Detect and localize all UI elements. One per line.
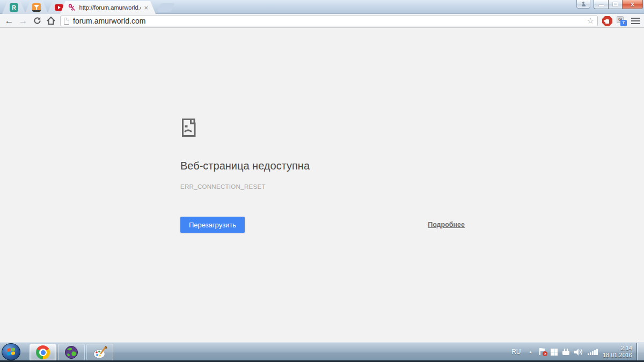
safely-remove-hardware-icon[interactable] (562, 349, 569, 355)
adblock-stop-icon[interactable] (602, 16, 612, 26)
hand-icon (605, 19, 609, 24)
forward-button[interactable]: → (16, 14, 30, 27)
desktop: R http://forum.amurworld.com × (0, 0, 644, 362)
close-icon: x (631, 1, 634, 8)
person-icon (582, 4, 586, 6)
chrome-menu-button[interactable] (631, 16, 642, 26)
minimize-button[interactable] (594, 0, 609, 9)
new-tab-button[interactable] (157, 3, 174, 12)
rambler-icon: R (10, 3, 18, 12)
details-link[interactable]: Подробнее (428, 221, 465, 228)
tray-time: 2:14 (603, 345, 632, 352)
minimize-icon (599, 5, 604, 6)
error-code: ERR_CONNECTION_RESET (180, 183, 266, 190)
translate-t-card: T (620, 20, 627, 26)
page-icon[interactable] (64, 18, 69, 25)
browser-toolbar: ← → forum.amurworld.com ☆ G T (0, 14, 644, 28)
network-signal-icon[interactable] (588, 349, 598, 355)
url-text: forum.amurworld.com (73, 17, 587, 25)
error-title: Веб-страница недоступна (180, 160, 310, 172)
windows-tray-icon[interactable] (551, 349, 558, 356)
reload-page-button[interactable]: Перезагрузить (180, 217, 245, 233)
action-center-flag-icon[interactable]: × (539, 348, 546, 356)
show-desktop-button[interactable] (636, 343, 644, 361)
browser-frame: R http://forum.amurworld.com × (0, 0, 644, 14)
taskbar-paint-button[interactable] (86, 344, 113, 361)
translate-extension-icon[interactable]: G T (617, 16, 627, 26)
funnel-icon (32, 3, 41, 12)
profile-button[interactable] (576, 0, 590, 9)
error-actions: Перезагрузить Подробнее (180, 217, 465, 233)
close-button[interactable]: x (622, 0, 643, 9)
extension-area: G T (602, 14, 642, 28)
taskbar: RU ▲ × (0, 342, 644, 362)
site-favicon (68, 3, 76, 12)
taskbar-chrome-button[interactable] (30, 344, 56, 361)
maximize-button[interactable] (608, 0, 623, 9)
start-button[interactable] (2, 343, 20, 360)
home-icon (47, 17, 55, 25)
hidden-icons-arrow[interactable]: ▲ (529, 350, 533, 354)
tab-close-icon[interactable]: × (144, 4, 148, 11)
taskbar-globe-app-button[interactable] (58, 344, 85, 361)
maximize-icon (613, 2, 618, 6)
sad-page-icon (180, 117, 198, 141)
volume-icon[interactable] (574, 349, 583, 356)
back-button[interactable]: ← (2, 14, 16, 27)
tray-date: 18.01.2016 (603, 352, 632, 359)
reload-button[interactable] (30, 14, 44, 27)
windows-flag-icon (7, 348, 16, 356)
chrome-icon (36, 345, 50, 359)
globe-icon (64, 345, 78, 359)
clock[interactable]: 2:14 18.01.2016 (603, 345, 632, 359)
address-bar[interactable]: forum.amurworld.com ☆ (60, 16, 598, 26)
language-indicator[interactable]: RU (511, 348, 521, 356)
home-button[interactable] (44, 14, 58, 27)
reload-icon (33, 17, 41, 25)
tab-title: http://forum.amurworld.com (79, 4, 141, 11)
pinned-tab-rambler[interactable]: R (2, 1, 26, 14)
bookmark-star-icon[interactable]: ☆ (587, 16, 594, 26)
system-tray: RU ▲ × (511, 343, 644, 361)
pinned-tab-funnel-site[interactable] (25, 1, 48, 14)
active-tab[interactable]: http://forum.amurworld.com × (60, 1, 156, 14)
error-page: Веб-страница недоступна ERR_CONNECTION_R… (0, 28, 644, 342)
paint-palette-icon (93, 345, 107, 359)
